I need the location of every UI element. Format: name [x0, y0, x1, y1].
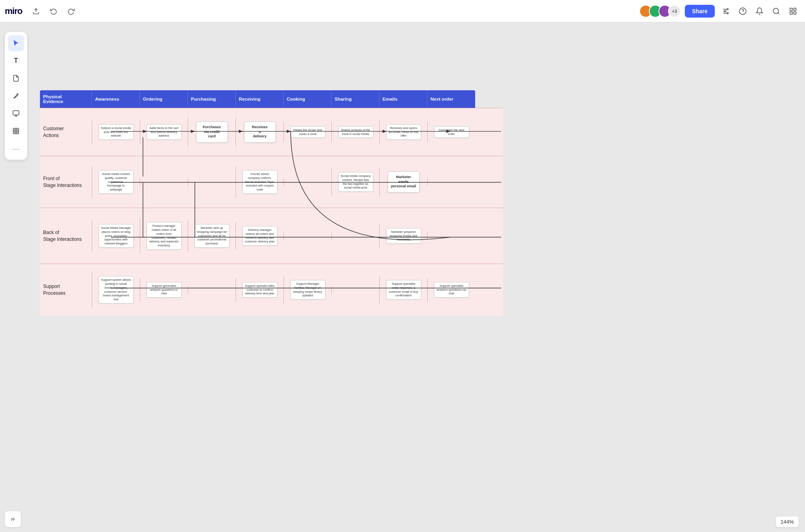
cell-sp-sharing	[331, 286, 379, 294]
cell-fs-nextorder	[427, 178, 475, 186]
svg-line-10	[778, 12, 779, 14]
card-ca-receiving[interactable]: Receivesadelivery	[244, 121, 276, 143]
card-fs-emails[interactable]: Marketer sends personal email	[388, 171, 420, 193]
share-button[interactable]: Share	[685, 5, 715, 18]
cell-sp-ordering: Support generates amazon questions in ch…	[140, 278, 188, 302]
cell-sp-awareness: Support system allows posting to social …	[92, 272, 140, 308]
cell-ca-awareness: Notices a social media post and visits o…	[92, 120, 140, 144]
card-fs-sharing[interactable]: Social media company content. Recipe lis…	[338, 172, 373, 192]
search-icon-button[interactable]	[769, 4, 783, 18]
toolbar: miro +3 Share	[0, 0, 805, 22]
cell-sp-emails: Support specialist order response, a cus…	[379, 276, 427, 304]
cell-ca-nextorder: Completes the next order	[427, 122, 475, 142]
toolbar-right: +3 Share	[639, 4, 800, 18]
col-header-cooking: Cooking	[284, 90, 331, 108]
col-header-evidence: PhysicalEvidence	[40, 90, 92, 108]
cursor-tool[interactable]	[8, 35, 24, 51]
extra-collaborators[interactable]: +3	[668, 5, 681, 18]
svg-rect-11	[790, 8, 793, 10]
more-tools-button[interactable]: ···	[8, 141, 24, 157]
card-fs-awareness[interactable]: Social media content quality, customer e…	[99, 170, 134, 194]
upload-button[interactable]	[29, 4, 43, 18]
frame-tool[interactable]	[8, 123, 24, 139]
help-icon-button[interactable]	[736, 4, 750, 18]
card-sp-emails[interactable]: Support specialist order response, a cus…	[386, 280, 421, 300]
cell-sp-nextorder: Support specialist answers questions via…	[427, 278, 475, 302]
cell-fs-awareness: Social media content quality, customer e…	[92, 166, 140, 198]
card-sp-cooking[interactable]: Support Manager Notifies Manager on keep…	[290, 280, 325, 300]
svg-point-9	[773, 8, 779, 13]
card-ca-ordering[interactable]: Adds items to the cart and selects deliv…	[147, 124, 182, 140]
card-ca-emails[interactable]: Receives and opens an email, clicks on t…	[386, 124, 421, 140]
cell-fs-ordering	[140, 178, 188, 186]
text-tool[interactable]: T	[8, 53, 24, 69]
note-tool[interactable]	[8, 70, 24, 86]
card-sp-receiving[interactable]: Support operator talks customer to confi…	[242, 282, 278, 298]
card-ca-cooking[interactable]: Reads the recipe and cooks a meal	[290, 126, 325, 138]
blueprint-body: CustomerActions Notices a social media p…	[40, 108, 503, 316]
cell-fs-purchasing	[188, 178, 236, 186]
card-bs-receiving[interactable]: Delivery manager selects all orders and …	[242, 226, 278, 246]
row-front-stage: Front ofStage Interactions Social media …	[40, 156, 503, 208]
card-bs-awareness[interactable]: Social Media Manager places orders on bl…	[99, 224, 134, 248]
col-header-awareness: Awareness	[92, 90, 140, 108]
row-back-stage: Back ofStage Interactions Social Media M…	[40, 208, 503, 264]
row-label-customer-actions: CustomerActions	[40, 121, 92, 144]
card-ca-purchasing[interactable]: Purchasesvia creditcard	[196, 121, 228, 143]
cell-fs-sharing: Social media company content. Recipe lis…	[331, 168, 379, 196]
row-customer-actions: CustomerActions Notices a social media p…	[40, 108, 503, 156]
card-bs-purchasing[interactable]: Marketer sets up shopping campaign for c…	[194, 224, 230, 248]
col-header-purchasing: Purchasing	[188, 90, 236, 108]
row-support: SupportProcesses Support system allows p…	[40, 264, 503, 316]
left-sidebar: T ···	[5, 32, 27, 160]
col-header-nextorder: Next order	[427, 90, 475, 108]
cell-ca-sharing: Shares pictures of the meal in social me…	[331, 122, 379, 142]
cell-fs-emails: Marketer sends personal email	[379, 167, 427, 197]
row-label-front-stage: Front ofStage Interactions	[40, 171, 92, 194]
cell-ca-receiving: Receivesadelivery	[236, 117, 284, 147]
svg-rect-13	[790, 12, 793, 14]
cell-fs-receiving: Courier wears company uniform. Boxes bra…	[236, 166, 284, 198]
card-bs-emails[interactable]: Marketer prepares shopping emails and ne…	[386, 228, 421, 244]
card-fs-receiving[interactable]: Courier wears company uniform. Boxes bra…	[242, 170, 278, 194]
embed-tool[interactable]	[8, 105, 24, 121]
card-ca-sharing[interactable]: Shares pictures of the meal in social me…	[338, 126, 373, 138]
cell-bs-ordering: Product manager makes entire of all orde…	[140, 218, 188, 254]
svg-rect-16	[13, 111, 19, 115]
cell-sp-cooking: Support Manager Notifies Manager on keep…	[284, 276, 331, 304]
card-sp-nextorder[interactable]: Support specialist answers questions via…	[434, 282, 469, 298]
settings-icon-button[interactable]	[719, 4, 733, 18]
cell-bs-purchasing: Marketer sets up shopping campaign for c…	[188, 220, 236, 252]
svg-point-4	[727, 8, 728, 10]
cell-bs-receiving: Delivery manager selects all orders and …	[236, 222, 284, 250]
cell-bs-nextorder	[427, 232, 475, 240]
miro-logo: miro	[5, 6, 22, 16]
cell-ca-cooking: Reads the recipe and cooks a meal	[284, 122, 331, 142]
redo-button[interactable]	[64, 4, 78, 18]
card-ca-awareness[interactable]: Notices a social media post and visits o…	[99, 124, 134, 140]
svg-rect-12	[794, 8, 796, 10]
card-sp-awareness[interactable]: Support system allows posting to social …	[99, 276, 134, 304]
row-label-back-stage: Back ofStage Interactions	[40, 224, 92, 248]
collaborators: +3	[639, 5, 681, 18]
cell-bs-emails: Marketer prepares shopping emails and ne…	[379, 224, 427, 248]
blueprint-header: PhysicalEvidence Awareness Ordering Purc…	[40, 90, 503, 108]
card-bs-ordering[interactable]: Product manager makes entire of all orde…	[147, 222, 182, 250]
cell-bs-sharing	[331, 232, 379, 240]
cell-ca-emails: Receives and opens an email, clicks on t…	[379, 120, 427, 144]
svg-rect-19	[13, 128, 19, 134]
card-ca-nextorder[interactable]: Completes the next order	[434, 126, 469, 138]
board-menu-button[interactable]	[786, 4, 800, 18]
notifications-icon-button[interactable]	[752, 4, 767, 18]
col-header-sharing: Sharing	[331, 90, 379, 108]
pen-tool[interactable]	[8, 88, 24, 104]
svg-point-6	[727, 12, 728, 14]
cell-fs-cooking	[284, 178, 331, 186]
card-sp-ordering[interactable]: Support generates amazon questions in ch…	[147, 282, 182, 298]
undo-button[interactable]	[46, 4, 61, 18]
cell-sp-purchasing	[188, 286, 236, 294]
cell-ca-purchasing: Purchasesvia creditcard	[188, 117, 236, 147]
canvas[interactable]: PhysicalEvidence Awareness Ordering Purc…	[0, 22, 805, 532]
col-header-ordering: Ordering	[140, 90, 188, 108]
expand-button[interactable]	[5, 511, 21, 527]
